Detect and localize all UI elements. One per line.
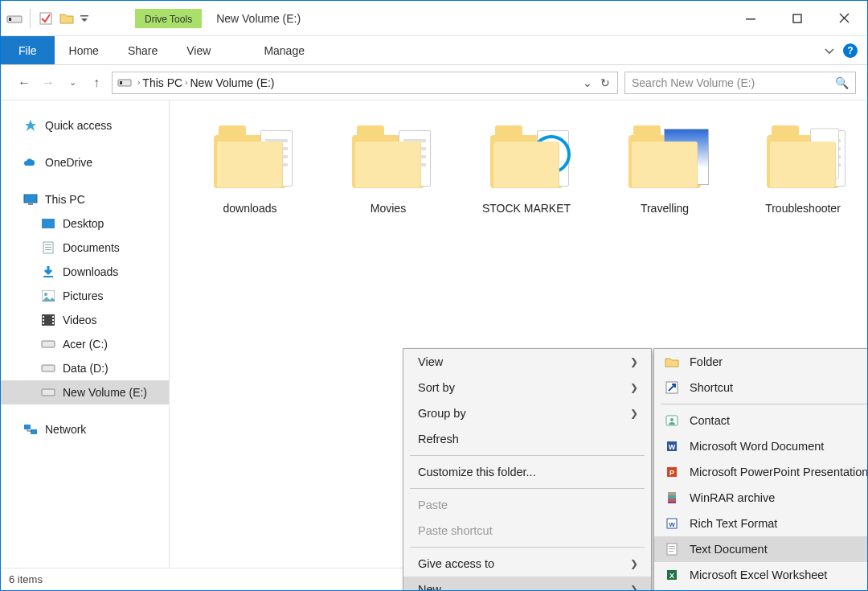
breadcrumb[interactable]: This PC: [142, 76, 182, 89]
search-input[interactable]: Search New Volume (E:) 🔍: [624, 72, 856, 94]
qat-dropdown-icon[interactable]: [79, 10, 90, 27]
forward-button[interactable]: →: [39, 76, 57, 90]
drive-icon: [6, 10, 23, 27]
body: Quick access OneDrive This PC Desktop Do…: [1, 101, 867, 568]
recent-locations-button[interactable]: ⌄: [63, 77, 81, 88]
svg-rect-44: [669, 546, 675, 547]
sidebar-item-drive-e[interactable]: New Volume (E:): [1, 380, 169, 404]
menu-item-new-excel[interactable]: X Microsoft Excel Worksheet: [654, 562, 868, 588]
ribbon-collapse-icon[interactable]: [824, 47, 835, 55]
folder-icon[interactable]: [58, 10, 76, 27]
svg-point-17: [44, 293, 47, 296]
ribbon-tab-home[interactable]: Home: [55, 36, 113, 64]
chevron-right-icon: ❯: [606, 356, 638, 367]
menu-item-new-rar[interactable]: WinRAR archive: [654, 485, 868, 511]
sidebar-item-desktop[interactable]: Desktop: [1, 211, 169, 236]
sidebar-item-quick-access[interactable]: Quick access: [1, 113, 169, 137]
menu-item-customize-folder[interactable]: Customize this folder...: [403, 459, 651, 485]
menu-item-new[interactable]: New❯: [403, 577, 651, 591]
help-icon[interactable]: ?: [843, 43, 858, 58]
folder-item[interactable]: Movies: [324, 117, 452, 215]
explorer-window: Drive Tools New Volume (E:) File Home Sh…: [0, 0, 868, 591]
contact-icon: [664, 412, 680, 429]
address-history-icon[interactable]: ⌄: [579, 76, 596, 89]
maximize-button[interactable]: [774, 1, 821, 35]
folder-icon: [616, 117, 713, 197]
svg-text:P: P: [669, 469, 674, 477]
folder-item[interactable]: STOCK MARKET: [462, 117, 591, 215]
close-button[interactable]: [821, 1, 867, 35]
svg-rect-20: [43, 319, 44, 321]
svg-rect-5: [793, 14, 801, 23]
refresh-icon[interactable]: ↻: [596, 76, 614, 89]
breadcrumb[interactable]: New Volume (E:): [190, 76, 274, 89]
sidebar-item-this-pc[interactable]: This PC: [1, 187, 169, 211]
search-icon: 🔍: [835, 76, 849, 89]
drive-icon: [117, 76, 132, 90]
ribbon-tab-share[interactable]: Share: [113, 36, 172, 64]
menu-item-new-word[interactable]: W Microsoft Word Document: [654, 433, 868, 459]
sidebar-item-pictures[interactable]: Pictures: [1, 284, 169, 308]
ribbon-tab-manage[interactable]: Manage: [249, 36, 319, 64]
svg-rect-3: [80, 15, 88, 17]
folder-item[interactable]: Troubleshooter: [739, 117, 867, 215]
svg-rect-38: [668, 492, 676, 495]
sidebar-item-drive-c[interactable]: Acer (C:): [1, 332, 169, 356]
svg-rect-45: [669, 548, 675, 549]
ribbon-tab-view[interactable]: View: [172, 36, 225, 64]
menu-item-new-powerpoint[interactable]: P Microsoft PowerPoint Presentation: [654, 459, 868, 485]
chevron-right-icon: ❯: [606, 558, 638, 569]
sidebar-item-network[interactable]: Network: [1, 417, 169, 441]
svg-rect-46: [669, 551, 674, 552]
svg-rect-15: [43, 276, 53, 277]
nav-row: ← → ⌄ ↑ › This PC › New Volume (E:) ⌄ ↻ …: [1, 65, 867, 101]
content-pane[interactable]: downloads Movies: [170, 101, 867, 568]
menu-item-give-access-to[interactable]: Give access to❯: [403, 551, 651, 577]
folder-item[interactable]: Travelling: [600, 117, 729, 215]
sidebar-item-label: Quick access: [45, 119, 112, 132]
sidebar-item-onedrive[interactable]: OneDrive: [1, 150, 169, 174]
folder-item[interactable]: downloads: [186, 117, 314, 215]
sidebar-item-videos[interactable]: Videos: [1, 308, 169, 332]
svg-rect-26: [42, 365, 55, 371]
sidebar-item-documents[interactable]: Documents: [1, 236, 169, 260]
shortcut-icon: [664, 380, 680, 396]
ribbon-tab-file[interactable]: File: [1, 36, 55, 64]
menu-item-new-text[interactable]: Text Document: [654, 536, 868, 562]
menu-item-new-rtf[interactable]: W Rich Text Format: [654, 511, 868, 536]
menu-item-view[interactable]: View❯: [403, 349, 651, 375]
menu-item-new-contact[interactable]: Contact: [654, 408, 868, 433]
menu-item-refresh[interactable]: Refresh: [403, 426, 651, 452]
svg-rect-4: [746, 18, 755, 20]
menu-item-new-folder[interactable]: Folder: [654, 349, 868, 375]
star-icon: [23, 118, 38, 133]
menu-item-group-by[interactable]: Group by❯: [403, 400, 651, 426]
sidebar-item-downloads[interactable]: Downloads: [1, 260, 169, 284]
svg-rect-7: [120, 81, 122, 84]
svg-rect-12: [45, 244, 51, 245]
menu-item-sort-by[interactable]: Sort by❯: [403, 375, 651, 400]
menu-item-new-zip[interactable]: WinRAR ZIP archive: [654, 588, 868, 591]
up-button[interactable]: ↑: [88, 76, 105, 90]
separator: [30, 9, 31, 28]
ribbon: File Home Share View Manage ?: [1, 36, 867, 65]
svg-rect-28: [24, 425, 31, 429]
title-section: Drive Tools New Volume (E:): [95, 1, 727, 35]
archive-icon: [664, 490, 680, 506]
svg-rect-29: [31, 429, 37, 434]
chevron-right-icon: ❯: [606, 584, 638, 591]
svg-rect-1: [9, 18, 11, 21]
address-bar[interactable]: › This PC › New Volume (E:) ⌄ ↻: [112, 72, 618, 94]
sidebar-item-drive-d[interactable]: Data (D:): [1, 356, 169, 380]
minimize-button[interactable]: [727, 1, 774, 35]
nav-pane: Quick access OneDrive This PC Desktop Do…: [1, 101, 170, 568]
checkbox-icon[interactable]: [37, 10, 55, 27]
svg-rect-24: [52, 322, 54, 324]
menu-item-new-shortcut[interactable]: Shortcut: [654, 375, 868, 400]
chevron-right-icon[interactable]: ›: [135, 78, 142, 87]
svg-rect-8: [24, 195, 37, 203]
back-button[interactable]: ←: [15, 76, 33, 90]
chevron-right-icon: ❯: [606, 382, 638, 393]
contextual-tab-label: Drive Tools: [135, 9, 202, 28]
chevron-right-icon[interactable]: ›: [182, 78, 190, 87]
